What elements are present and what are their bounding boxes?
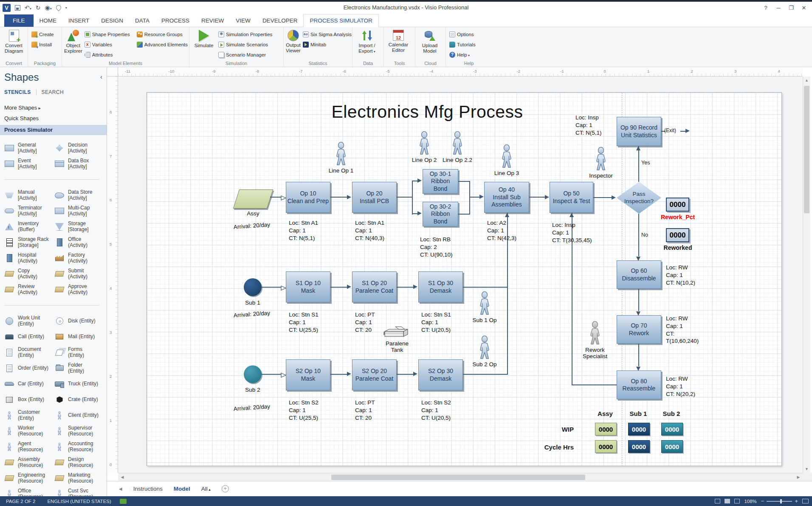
stencil-item-multi-cap[interactable]: Multi-Cap [Activity]	[54, 203, 104, 219]
diagram-title[interactable]: Electronics Mfg Process	[308, 102, 546, 122]
label-paralene-tank[interactable]: Paralene Tank	[380, 340, 414, 353]
stencil-item-worker[interactable]: Worker (Resource)	[3, 423, 54, 439]
horizontal-scrollbar[interactable]: ◀ ▶	[118, 473, 803, 481]
macro-status-icon[interactable]	[725, 499, 730, 503]
page-nav-icon[interactable]: ◀	[119, 486, 122, 491]
counter-rework-pct[interactable]: 0000	[666, 198, 689, 212]
stencil-item-manual[interactable]: Manual [Activity]	[3, 187, 54, 203]
advanced-elements-button[interactable]: Advanced Elements	[135, 41, 189, 48]
label-reworked[interactable]: Reworked	[661, 244, 695, 251]
stencil-item-data-store[interactable]: Data Store [Activity]	[54, 187, 104, 203]
vertical-scroll-thumb[interactable]	[804, 86, 809, 213]
process-box-s2op30[interactable]: S2 Op 30 Demask	[418, 359, 463, 390]
stencil-item-hospital[interactable]: Hospital (Activity)	[3, 250, 54, 266]
import-export-button[interactable]: Import / Export	[355, 29, 379, 54]
process-box-s1op30[interactable]: S1 Op 30 Demask	[418, 271, 463, 302]
process-box-op20[interactable]: Op 20 Install PCB	[352, 182, 397, 213]
presentation-mode-icon[interactable]	[715, 499, 720, 503]
stencil-item-office[interactable]: Office (Activity)	[54, 235, 104, 250]
stencil-item-data-box[interactable]: Data Box [Activity]	[54, 156, 104, 172]
stencil-item-cust-svc[interactable]: Cust Svc (Resource)	[54, 486, 104, 496]
scenario-manager-button[interactable]: Scenario Manager	[217, 51, 273, 59]
more-shapes-button[interactable]: More Shapes	[4, 105, 41, 111]
scroll-down-icon[interactable]: ▼	[803, 467, 810, 471]
stencil-item-factory[interactable]: Factory (Activity)	[54, 250, 104, 266]
note-s2op10[interactable]: Loc: Stn S2 Cap: 1 CT: U(25,5)	[289, 399, 319, 421]
tutorials-button[interactable]: Tutorials	[448, 41, 477, 48]
table-counter[interactable]: 0000	[628, 423, 650, 435]
note-s2op30[interactable]: Loc: Stn S2 Cap: 1 CT: U(20,5)	[421, 399, 451, 421]
label-sub2[interactable]: Sub 2	[234, 387, 271, 393]
minimize-button[interactable]: ─	[772, 2, 785, 14]
stencil-item-event[interactable]: Event [Activity]	[3, 156, 54, 172]
arrival-sub2[interactable]: Arrival: 20/day	[224, 402, 280, 413]
stencil-item-decision[interactable]: Decision [Activity]	[54, 140, 104, 156]
stencil-item-copy[interactable]: Copy (Activity)	[3, 266, 54, 282]
note-s1op10[interactable]: Loc: Stn S1 Cap: 1 CT: U(25,5)	[289, 311, 319, 334]
process-box-s2op10[interactable]: S2 Op 10 Mask	[286, 359, 330, 390]
active-stencil[interactable]: Process Simulator	[0, 125, 107, 135]
vertical-scrollbar[interactable]: ▲ ▼	[803, 76, 810, 473]
process-box-op301[interactable]: Op 30-1 Ribbon Bond	[423, 169, 458, 194]
ribbon-tab-insert[interactable]: INSERT	[62, 14, 95, 27]
entity-assy-shape[interactable]	[233, 189, 273, 209]
tab-search[interactable]: SEARCH	[42, 89, 64, 95]
add-page-button[interactable]: +	[222, 485, 229, 492]
stencil-item-office[interactable]: Office (Resource)	[3, 486, 54, 496]
person-rework[interactable]	[586, 321, 604, 345]
process-box-op80[interactable]: Op 80 Reassemble	[617, 370, 661, 399]
note-inspector[interactable]: Loc: Insp Cap: 1 CT: N(5,1)	[575, 114, 602, 136]
page-tab-model[interactable]: Model	[174, 486, 190, 492]
note-s1op20[interactable]: Loc: PT Cap: 1 CT: 20	[355, 311, 375, 334]
person-line-op2[interactable]	[415, 131, 433, 155]
close-button[interactable]: ✕	[798, 2, 810, 14]
person-line-op22[interactable]	[448, 131, 466, 155]
stencil-item-inventory[interactable]: IInventory (Buffer)	[3, 219, 54, 235]
label-exit[interactable]: (Exit)	[664, 127, 676, 133]
zoom-slider[interactable]: − +	[761, 498, 798, 504]
counter-reworked[interactable]: 0000	[666, 228, 689, 242]
stencil-item-terminator[interactable]: Terminator [Activity]	[3, 203, 54, 219]
person-sub1op[interactable]	[476, 291, 493, 316]
collapse-panel-icon[interactable]: ‹	[100, 73, 102, 80]
stencil-item-assembly[interactable]: Assembly (Resource)	[3, 455, 54, 470]
decision-pass-inspection[interactable]: Pass Inspection?	[617, 182, 661, 214]
zoom-slider-handle[interactable]	[780, 499, 782, 503]
ribbon-tab-home[interactable]: HOME	[34, 14, 63, 27]
simulation-properties-button[interactable]: Simulation Properties	[217, 31, 273, 38]
stencil-item-forms[interactable]: Forms (Entity)	[54, 345, 104, 360]
zoom-level[interactable]: 108%	[744, 499, 756, 504]
stencil-item-marketing[interactable]: Marketing (Resource)	[54, 470, 104, 486]
stencil-item-accounting[interactable]: Accounting (Resource)	[54, 439, 104, 455]
person-inspector[interactable]	[592, 147, 610, 171]
table-counter[interactable]: 0000	[595, 423, 617, 435]
stencil-item-design[interactable]: Design (Resource)	[54, 455, 104, 470]
quick-shapes-button[interactable]: Quick Shapes	[4, 115, 39, 122]
stencil-item-agent[interactable]: Agent (Resource)	[3, 439, 54, 455]
stencil-item-order-entity-[interactable]: Order (Entity)	[3, 360, 54, 376]
stencil-item-call-entity-[interactable]: Call (Entity)	[3, 329, 54, 345]
fullscreen-icon[interactable]	[734, 499, 740, 503]
stencil-item-car-entity-[interactable]: Car (Entity)	[3, 376, 54, 392]
simulate-scenarios-button[interactable]: Simulate Scenarios	[217, 41, 273, 48]
help-window-button[interactable]: ?	[759, 2, 772, 14]
stencil-item-submit[interactable]: Submit (Activity)	[54, 266, 104, 282]
process-box-s1op10[interactable]: S1 Op 10 Mask	[286, 271, 330, 302]
note-op80[interactable]: Loc: RW Cap: 1 CT: N(20,2)	[666, 375, 695, 398]
note-op40[interactable]: Loc: A2 Cap: 1 CT: N(42,3)	[487, 219, 516, 242]
note-op10[interactable]: Loc: Stn A1 Cap: 1 CT: N(5,1)	[289, 219, 318, 242]
convert-diagram-button[interactable]: Convert Diagram	[2, 29, 25, 54]
stencil-item-review[interactable]: Review (Activity)	[3, 282, 54, 297]
ribbon-tab-view[interactable]: VIEW	[230, 14, 257, 27]
fit-page-icon[interactable]	[802, 499, 809, 503]
ribbon-tab-data[interactable]: DATA	[129, 14, 155, 27]
output-viewer-button[interactable]: Output Viewer	[286, 29, 301, 54]
ribbon-tab-process[interactable]: PROCESS	[155, 14, 195, 27]
process-box-op50[interactable]: Op 50 Inspect & Test	[550, 182, 593, 213]
help-button[interactable]: ?Help	[448, 51, 477, 59]
entity-sub2-shape[interactable]	[244, 365, 262, 383]
scroll-right-icon[interactable]: ▶	[796, 475, 801, 479]
note-op70[interactable]: Loc: RW Cap: 1 CT: T(10,60,240)	[666, 315, 699, 345]
note-op60[interactable]: Loc: RW Cap: 1 CT: N(10,2)	[666, 264, 695, 286]
simulate-button[interactable]: Simulate	[192, 29, 216, 48]
